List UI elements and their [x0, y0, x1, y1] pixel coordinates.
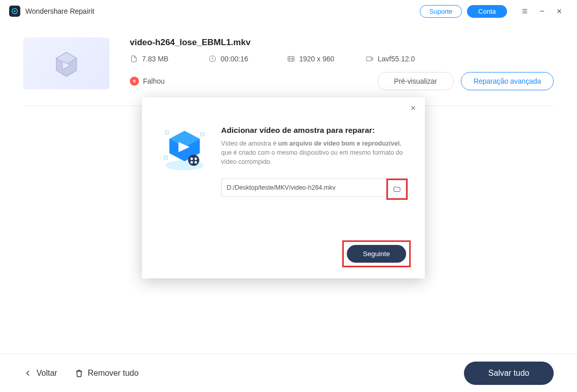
preview-button[interactable]: Pré-visualizar	[377, 72, 454, 90]
file-info: video-h264_lose_EBML1.mkv 7.83 MB 00:00:…	[130, 38, 554, 90]
main-content: video-h264_lose_EBML1.mkv 7.83 MB 00:00:…	[0, 22, 577, 106]
file-duration-text: 00:00:16	[221, 55, 248, 63]
svg-rect-13	[367, 57, 371, 61]
file-thumbnail	[23, 38, 110, 89]
modal-illustration	[159, 126, 210, 200]
svg-point-25	[191, 161, 193, 164]
modal-footer: Seguinte	[142, 205, 425, 267]
next-button-highlight: Seguinte	[342, 240, 411, 267]
modal-title: Adicionar vídeo de amostra para reparar:	[221, 126, 408, 135]
footer-bar: Voltar Remover tudo Salvar tudo	[0, 353, 577, 392]
advanced-repair-button[interactable]: Reparação avançada	[461, 72, 554, 90]
file-row: video-h264_lose_EBML1.mkv 7.83 MB 00:00:…	[23, 38, 554, 106]
svg-point-26	[195, 161, 197, 164]
status-left: Falhou	[130, 77, 165, 86]
file-resolution-text: 1920 x 960	[299, 55, 334, 63]
modal-description: Vídeo de amostra é um arquivo de vídeo b…	[221, 139, 408, 166]
support-button[interactable]: Suporte	[420, 5, 462, 18]
back-label: Voltar	[37, 369, 57, 378]
status-buttons: Pré-visualizar Reparação avançada	[377, 72, 554, 90]
file-codec-text: Lavf55.12.0	[378, 55, 415, 63]
save-all-button[interactable]: Salvar tudo	[464, 362, 554, 385]
fail-icon	[130, 77, 139, 86]
next-button[interactable]: Seguinte	[347, 245, 406, 263]
file-resolution: 1920 x 960	[287, 55, 366, 63]
back-button[interactable]: Voltar	[23, 369, 57, 378]
modal-body: Adicionar vídeo de amostra para reparar:…	[142, 106, 425, 205]
close-button[interactable]	[551, 4, 568, 19]
menu-icon[interactable]	[516, 4, 533, 19]
minimize-button[interactable]	[533, 4, 551, 19]
browse-folder-button[interactable]	[388, 180, 406, 198]
remove-all-label: Remover tudo	[88, 369, 139, 378]
svg-point-24	[195, 158, 197, 160]
svg-rect-28	[201, 133, 204, 136]
app-icon	[9, 6, 20, 17]
svg-point-1	[14, 10, 16, 12]
svg-point-22	[188, 155, 199, 166]
file-codec: Lavf55.12.0	[366, 55, 444, 63]
svg-rect-27	[165, 131, 168, 134]
sample-path-input[interactable]	[221, 179, 386, 197]
remove-all-button[interactable]: Remover tudo	[75, 369, 139, 378]
status-text: Falhou	[143, 77, 165, 85]
sample-video-modal: Adicionar vídeo de amostra para reparar:…	[142, 97, 425, 278]
path-row	[221, 179, 408, 200]
file-size: 7.83 MB	[130, 55, 208, 63]
file-name: video-h264_lose_EBML1.mkv	[130, 38, 554, 48]
folder-button-highlight	[386, 179, 408, 200]
file-duration: 00:00:16	[208, 55, 287, 63]
modal-close-button[interactable]	[410, 104, 417, 114]
file-size-text: 7.83 MB	[142, 55, 168, 63]
status-row: Falhou Pré-visualizar Reparação avançada	[130, 72, 554, 90]
file-meta-row: 7.83 MB 00:00:16 1920 x 960 Lavf55.12.0	[130, 55, 554, 63]
modal-text: Adicionar vídeo de amostra para reparar:…	[221, 126, 408, 200]
svg-point-23	[191, 158, 193, 160]
app-title: Wondershare Repairit	[25, 7, 94, 15]
account-button[interactable]: Conta	[467, 5, 507, 18]
svg-rect-29	[164, 156, 167, 159]
title-bar: Wondershare Repairit Suporte Conta	[0, 0, 577, 22]
